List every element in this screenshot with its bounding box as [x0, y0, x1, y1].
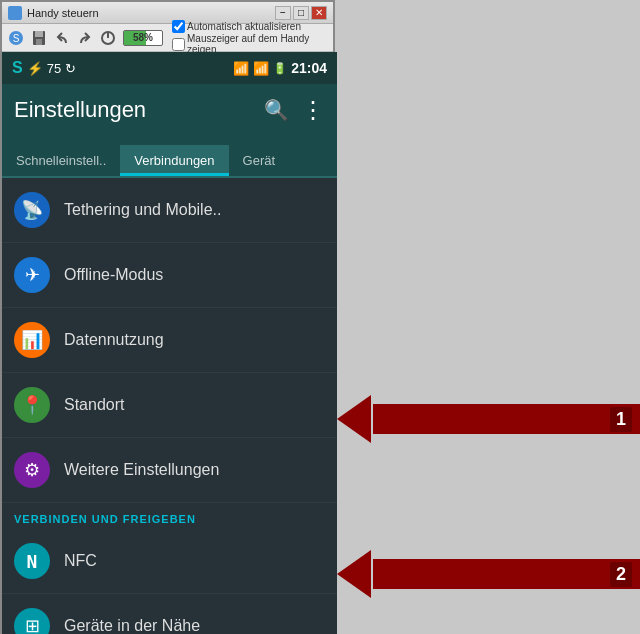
more-options-button[interactable]: ⋮ — [301, 96, 325, 124]
tethering-icon: 📡 — [14, 192, 50, 228]
section-header-verbinden: VERBINDEN UND FREIGEBEN — [2, 503, 337, 529]
back-icon[interactable]: S — [6, 28, 26, 48]
list-item-nearby[interactable]: ⊞ Geräte in der Nähe — [2, 594, 337, 634]
power-icon[interactable] — [98, 28, 118, 48]
toolbar: S 58% Automatisch aktualisieren — [2, 24, 333, 52]
svg-rect-4 — [36, 39, 42, 45]
tab-geraet[interactable]: Gerät — [229, 145, 290, 176]
status-left: S ⚡ 75 ↻ — [12, 59, 233, 77]
battery-percent: 58% — [124, 31, 162, 45]
status-sync-icon: ↻ — [65, 61, 76, 76]
airplane-icon: ✈ — [14, 257, 50, 293]
battery-icon: 🔋 — [273, 62, 287, 75]
status-right: 📶 📶 🔋 21:04 — [233, 60, 327, 76]
arrow-1-label: 1 — [610, 407, 632, 432]
arrow-1-tail: 1 — [373, 404, 640, 434]
nfc-icon: N — [14, 543, 50, 579]
window-title: Handy steuern — [27, 7, 275, 19]
status-bar: S ⚡ 75 ↻ 📶 📶 🔋 21:04 — [2, 52, 337, 84]
show-mouse-checkbox[interactable] — [172, 38, 185, 51]
tab-schnelleinstellungen[interactable]: Schnelleinstell.. — [2, 145, 120, 176]
tethering-label: Tethering und Mobile.. — [64, 201, 221, 219]
weitere-label: Weitere Einstellungen — [64, 461, 219, 479]
app-title: Einstellungen — [14, 97, 264, 123]
close-button[interactable]: ✕ — [311, 6, 327, 20]
time-display: 21:04 — [291, 60, 327, 76]
arrow-2-tail: 2 — [373, 559, 640, 589]
wifi-icon: 📶 — [233, 61, 249, 76]
settings-list: 📡 Tethering und Mobile.. ✈ Offline-Modus… — [2, 178, 337, 634]
nearby-devices-icon: ⊞ — [14, 608, 50, 634]
save-icon[interactable] — [29, 28, 49, 48]
battery-indicator: 58% — [121, 30, 163, 46]
arrow-1-head — [337, 395, 371, 443]
status-battery-num: 75 — [47, 61, 61, 76]
list-item-weitere[interactable]: ⚙ Weitere Einstellungen — [2, 438, 337, 503]
maximize-button[interactable]: □ — [293, 6, 309, 20]
window-icon — [8, 6, 22, 20]
app-bar-icons: 🔍 ⋮ — [264, 96, 325, 124]
window-controls: − □ ✕ — [275, 6, 327, 20]
arrow-1: 1 — [337, 395, 640, 443]
undo-icon[interactable] — [52, 28, 72, 48]
status-usb-icon: ⚡ — [27, 61, 43, 76]
phone-screen: S ⚡ 75 ↻ 📶 📶 🔋 21:04 Einstellungen 🔍 ⋮ — [2, 52, 337, 634]
list-item-datennutzung[interactable]: 📊 Datennutzung — [2, 308, 337, 373]
tab-verbindungen[interactable]: Verbindungen — [120, 145, 228, 176]
arrow-2-label: 2 — [610, 562, 632, 587]
checkbox-group: Automatisch aktualisieren Mauszeiger auf… — [166, 20, 329, 55]
list-item-nfc[interactable]: N NFC — [2, 529, 337, 594]
nearby-label: Geräte in der Nähe — [64, 617, 200, 634]
location-icon: 📍 — [14, 387, 50, 423]
list-item-tethering[interactable]: 📡 Tethering und Mobile.. — [2, 178, 337, 243]
svg-rect-3 — [35, 31, 43, 37]
more-settings-icon: ⚙ — [14, 452, 50, 488]
offline-label: Offline-Modus — [64, 266, 163, 284]
standort-label: Standort — [64, 396, 124, 414]
arrow-2-head — [337, 550, 371, 598]
nfc-label: NFC — [64, 552, 97, 570]
arrow-2: 2 — [337, 550, 640, 598]
status-s-icon: S — [12, 59, 23, 77]
redo-icon[interactable] — [75, 28, 95, 48]
app-bar: Einstellungen 🔍 ⋮ — [2, 84, 337, 136]
auto-refresh-checkbox[interactable] — [172, 20, 185, 33]
data-usage-icon: 📊 — [14, 322, 50, 358]
search-button[interactable]: 🔍 — [264, 98, 289, 122]
app-window: Handy steuern − □ ✕ S 58% — [0, 0, 335, 634]
auto-refresh-label[interactable]: Automatisch aktualisieren — [172, 20, 329, 33]
tabs-bar: Schnelleinstell.. Verbindungen Gerät — [2, 136, 337, 178]
minimize-button[interactable]: − — [275, 6, 291, 20]
svg-text:S: S — [13, 33, 20, 44]
list-item-standort[interactable]: 📍 Standort — [2, 373, 337, 438]
datennutzung-label: Datennutzung — [64, 331, 164, 349]
battery-box: 58% — [123, 30, 163, 46]
list-item-offline[interactable]: ✈ Offline-Modus — [2, 243, 337, 308]
signal-icon: 📶 — [253, 61, 269, 76]
